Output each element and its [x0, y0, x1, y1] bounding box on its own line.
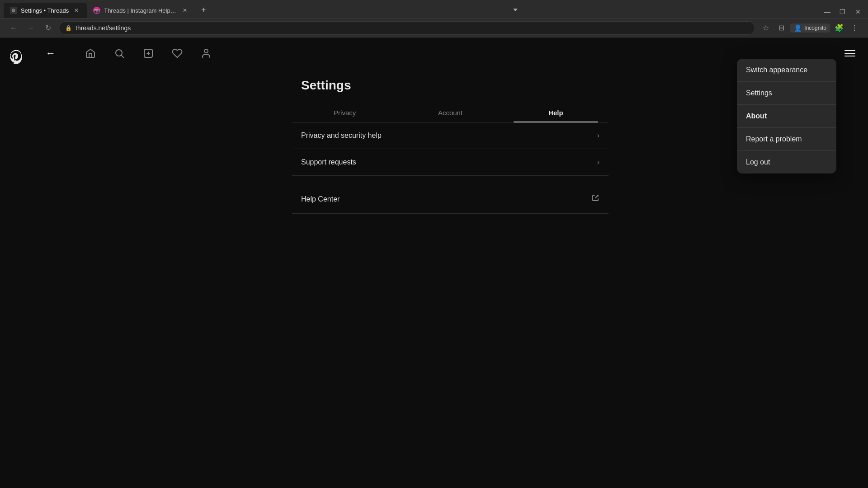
browser-menu-button[interactable]: ⋮ [848, 22, 861, 34]
address-bar: ← → ↻ 🔒 threads.net/settings ☆ ⊟ 👤 Incog… [0, 18, 868, 37]
reload-button[interactable]: ↻ [42, 22, 54, 34]
privacy-security-label: Privacy and security help [301, 131, 382, 140]
settings-list: Privacy and security help › Support requ… [292, 122, 609, 214]
tab-settings-threads[interactable]: ⚙ Settings • Threads ✕ [4, 3, 87, 18]
about-menu-label: About [746, 112, 767, 120]
tab2-title: Threads | Instagram Help Center [104, 7, 177, 14]
bookmark-button[interactable]: ☆ [760, 22, 772, 34]
tab-account[interactable]: Account [397, 103, 503, 122]
help-center-external-icon [591, 194, 599, 204]
about-menu-item[interactable]: About [737, 105, 836, 127]
settings-page: Settings Privacy Account Help Privacy an… [292, 69, 609, 488]
tab-help-center[interactable]: 📷 Threads | Instagram Help Center ✕ [87, 3, 195, 18]
minimize-button[interactable]: — [821, 5, 834, 18]
dropdown-menu: Switch appearance Settings About Report … [737, 59, 836, 174]
back-nav-button[interactable]: ← [7, 22, 20, 34]
forward-nav-button[interactable]: → [24, 22, 37, 34]
help-center-label: Help Center [301, 195, 340, 203]
tab1-close-btn[interactable]: ✕ [72, 6, 80, 14]
support-requests-item[interactable]: Support requests › [292, 149, 609, 176]
log-out-item[interactable]: Log out [737, 151, 836, 174]
url-text: threads.net/settings [75, 24, 131, 32]
threads-logo[interactable] [6, 47, 26, 66]
tab2-close-btn[interactable]: ✕ [181, 6, 189, 14]
extensions-button[interactable]: 🧩 [833, 22, 845, 34]
privacy-security-arrow-icon: › [597, 131, 599, 140]
tab2-favicon: 📷 [93, 7, 100, 14]
incognito-badge: 👤 Incognito [790, 23, 830, 33]
nav-icons [82, 45, 214, 61]
privacy-security-item[interactable]: Privacy and security help › [292, 122, 609, 149]
support-requests-label: Support requests [301, 158, 356, 166]
log-out-label: Log out [746, 158, 770, 166]
back-icon: ← [46, 47, 56, 59]
profile-nav-icon[interactable] [198, 45, 214, 61]
svg-line-1 [122, 56, 124, 58]
restore-button[interactable]: ❐ [836, 5, 849, 18]
home-nav-icon[interactable] [82, 45, 99, 61]
tab-privacy[interactable]: Privacy [292, 103, 397, 122]
activity-nav-icon[interactable] [169, 45, 185, 61]
tabs-dropdown-button[interactable] [511, 4, 519, 16]
url-bar-wrapper: 🔒 threads.net/settings [59, 21, 755, 35]
settings-group-gap [292, 176, 609, 185]
tab1-title: Settings • Threads [21, 7, 69, 14]
support-requests-arrow-icon: › [597, 158, 599, 166]
report-problem-item[interactable]: Report a problem [737, 128, 836, 150]
back-button[interactable]: ← [42, 44, 60, 62]
svg-rect-6 [844, 56, 855, 56]
switch-appearance-label: Switch appearance [746, 66, 807, 74]
svg-rect-4 [844, 50, 855, 51]
reader-mode-button[interactable]: ⊟ [775, 22, 788, 34]
url-input[interactable]: threads.net/settings [59, 21, 755, 35]
tabs-bar: ⚙ Settings • Threads ✕ 📷 Threads | Insta… [0, 0, 868, 18]
close-button[interactable]: ✕ [852, 5, 864, 18]
browser-tools: ☆ ⊟ 👤 Incognito 🧩 ⋮ [760, 22, 861, 34]
nav-right [841, 44, 859, 62]
main-menu-button[interactable] [841, 44, 859, 62]
tab1-favicon: ⚙ [10, 7, 17, 14]
app-sidebar [0, 38, 33, 488]
svg-point-3 [204, 49, 208, 53]
compose-nav-icon[interactable] [140, 45, 156, 61]
settings-title: Settings [292, 78, 609, 93]
switch-appearance-item[interactable]: Switch appearance [737, 59, 836, 81]
help-center-item[interactable]: Help Center [292, 185, 609, 214]
report-problem-label: Report a problem [746, 135, 802, 143]
settings-menu-item[interactable]: Settings [737, 82, 836, 104]
svg-rect-5 [844, 53, 855, 54]
nav-left: ← [42, 44, 214, 62]
tab-help[interactable]: Help [503, 103, 609, 122]
search-nav-icon[interactable] [111, 45, 127, 61]
lock-icon: 🔒 [65, 25, 72, 31]
incognito-label: Incognito [804, 25, 826, 31]
browser-chrome: ⚙ Settings • Threads ✕ 📷 Threads | Insta… [0, 0, 868, 38]
settings-tabs: Privacy Account Help [292, 103, 609, 122]
settings-menu-label: Settings [746, 89, 772, 97]
new-tab-button[interactable]: + [197, 4, 210, 16]
window-controls: — ❐ ✕ [821, 5, 864, 18]
